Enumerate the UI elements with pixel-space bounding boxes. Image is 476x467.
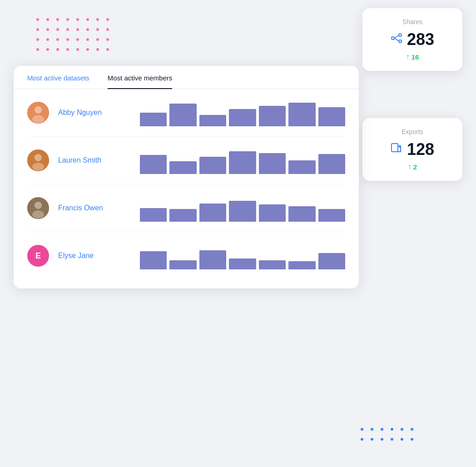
exports-trend-icon xyxy=(408,163,412,171)
dot-pink xyxy=(46,28,49,31)
dot-pink xyxy=(56,38,59,41)
bar xyxy=(140,208,167,222)
dot-pink xyxy=(96,48,99,51)
bar xyxy=(199,115,226,126)
bar xyxy=(288,206,315,222)
dot-blue xyxy=(401,438,403,441)
dot-pink xyxy=(66,38,69,41)
dot-pink xyxy=(36,18,39,21)
bar xyxy=(288,103,315,126)
dot-blue xyxy=(391,438,393,441)
dot-pink xyxy=(66,48,69,51)
svg-point-1 xyxy=(399,40,402,43)
dot-pink xyxy=(66,28,69,31)
bar xyxy=(318,209,345,222)
bar xyxy=(140,113,167,126)
avatar xyxy=(27,197,49,219)
dot-pink xyxy=(86,38,89,41)
svg-line-4 xyxy=(394,38,399,41)
bar xyxy=(199,250,226,269)
bar xyxy=(229,151,256,174)
member-name: Elyse Jane xyxy=(58,252,131,260)
bar xyxy=(140,155,167,174)
dot-blue xyxy=(371,428,373,431)
dot-blue xyxy=(391,428,393,431)
activity-bar-chart xyxy=(140,99,345,126)
member-row[interactable]: Abby Nguyen xyxy=(27,89,345,137)
dot-pink xyxy=(86,28,89,31)
bar xyxy=(169,161,196,174)
dot-blue xyxy=(401,428,403,431)
member-row[interactable]: Francis Owen xyxy=(27,184,345,232)
bar xyxy=(199,157,226,174)
shares-trend-icon xyxy=(406,53,410,61)
exports-value: 128 xyxy=(407,140,434,159)
dot-pink xyxy=(76,48,79,51)
shares-card: Shares 283 16 xyxy=(362,8,462,71)
member-name: Abby Nguyen xyxy=(58,109,131,117)
shares-value: 283 xyxy=(407,30,434,49)
bar xyxy=(288,160,315,174)
dot-blue xyxy=(361,428,363,431)
bar xyxy=(169,104,196,126)
exports-label: Exports xyxy=(375,128,450,135)
dot-pink xyxy=(36,38,39,41)
share-icon xyxy=(391,33,402,46)
export-icon xyxy=(391,143,402,156)
dot-pink xyxy=(106,38,109,41)
dot-pink xyxy=(46,48,49,51)
member-row[interactable]: Lauren Smith xyxy=(27,137,345,184)
bar xyxy=(229,258,256,269)
member-name: Lauren Smith xyxy=(58,156,131,164)
bar xyxy=(318,154,345,174)
dot-blue xyxy=(381,428,383,431)
bar xyxy=(288,261,315,269)
bar xyxy=(259,106,286,126)
dot-pink xyxy=(106,28,109,31)
dot-pink xyxy=(66,18,69,21)
tab-most-active-members[interactable]: Most active members xyxy=(108,66,173,89)
svg-point-10 xyxy=(35,154,42,161)
dot-pink xyxy=(56,18,59,21)
tab-most-active-datasets[interactable]: Most active datasets xyxy=(27,66,89,89)
svg-rect-5 xyxy=(392,144,398,152)
avatar xyxy=(27,149,49,171)
dot-pink xyxy=(46,38,49,41)
dot-pink xyxy=(96,18,99,21)
svg-point-2 xyxy=(392,37,394,40)
dot-blue xyxy=(411,438,413,441)
dot-pink xyxy=(76,28,79,31)
tabs-bar: Most active datasets Most active members xyxy=(14,66,359,89)
avatar xyxy=(27,102,49,124)
svg-point-13 xyxy=(35,202,42,209)
member-list: Abby Nguyen Lauren Smith Francis OwenEEl… xyxy=(14,89,359,279)
dot-pink xyxy=(106,48,109,51)
bar xyxy=(318,253,345,269)
bar xyxy=(229,201,256,222)
member-name: Francis Owen xyxy=(58,204,131,212)
bar xyxy=(199,204,226,222)
activity-bar-chart xyxy=(140,242,345,269)
activity-bar-chart xyxy=(140,194,345,222)
bar xyxy=(259,260,286,269)
main-card: Most active datasets Most active members… xyxy=(14,66,359,288)
svg-point-11 xyxy=(32,163,44,171)
svg-line-3 xyxy=(394,35,399,38)
svg-point-14 xyxy=(32,210,44,219)
dot-blue xyxy=(361,438,363,441)
shares-label: Shares xyxy=(375,18,450,25)
activity-bar-chart xyxy=(140,147,345,174)
dot-pink xyxy=(36,48,39,51)
bar xyxy=(259,204,286,222)
dot-pink xyxy=(86,48,89,51)
bar xyxy=(318,107,345,126)
dot-pink xyxy=(106,18,109,21)
dot-pink xyxy=(76,38,79,41)
scene: Shares 283 16 Exports xyxy=(0,0,476,467)
bar xyxy=(229,109,256,126)
svg-point-8 xyxy=(32,115,44,123)
bar xyxy=(259,153,286,174)
dot-pink xyxy=(56,28,59,31)
exports-delta: 2 xyxy=(375,163,450,171)
member-row[interactable]: EElyse Jane xyxy=(27,232,345,279)
